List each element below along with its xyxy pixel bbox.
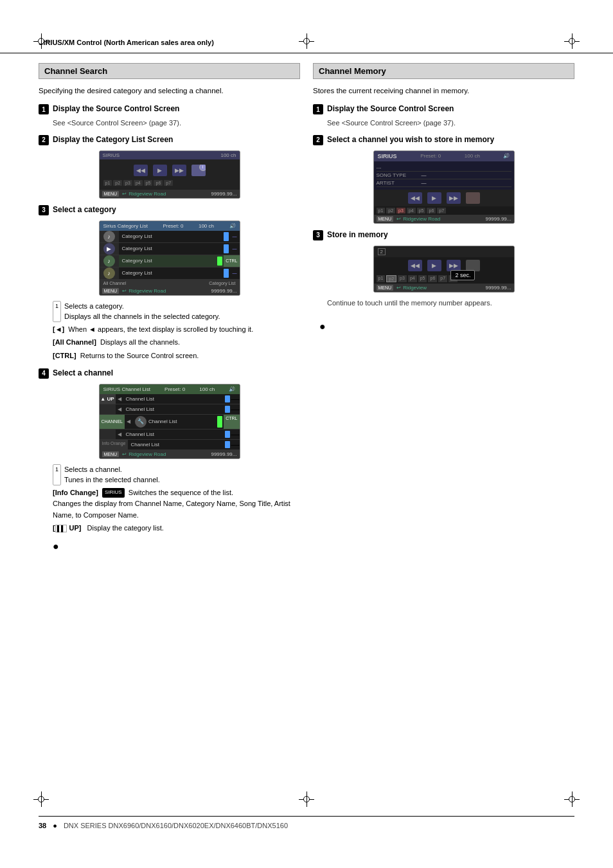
step3-note-1: 1 Selects a category.Displays all the ch… — [53, 301, 300, 322]
step2-header: 2 Display the Category List Screen — [39, 135, 300, 145]
sirius-tag: SIRIUS — [102, 488, 125, 498]
ch-text-4: Channel List — [123, 429, 224, 439]
channel-search-title: Channel Search — [39, 63, 300, 79]
btn-menu-1[interactable]: i — [191, 165, 206, 176]
rstep1-body: See <Source Control Screen> (page 37). — [327, 118, 574, 129]
screen-sirius-label: SIRIUS — [103, 152, 120, 158]
store-menu-btn[interactable]: MENU — [377, 285, 394, 291]
store-preset-num: 2 — [378, 248, 386, 255]
note-text-4-3: [▌▌ UP] Display the category list. — [53, 524, 164, 532]
preset-7: p7 — [164, 180, 173, 186]
cat-item-bar-4 — [224, 269, 229, 278]
ch-arrow-3: ◀ — [125, 415, 132, 429]
step2-title: Display the Category List Screen — [53, 135, 173, 144]
step4-note-2: [Info Change] SIRIUS Switches the sequen… — [53, 487, 300, 521]
ch-text-1: Channel List — [123, 394, 224, 404]
cat-item-ctrl-3[interactable]: CTRL — [224, 255, 239, 267]
store-btn-prev[interactable]: ◀◀ — [408, 260, 422, 271]
cat-title: Sirius Category List — [103, 223, 148, 229]
btn-next[interactable]: ▶▶ — [172, 165, 186, 176]
cat-item-bar-1 — [224, 232, 229, 241]
mem-btn-next[interactable]: ▶▶ — [447, 192, 461, 204]
preset-3: p3 — [123, 180, 132, 186]
ch-ctrl-3[interactable]: CTRL — [224, 415, 239, 429]
mem-presets-row: p1 p2 p3 p4 p5 p6 p7 — [374, 206, 514, 215]
cat-item-text-1: Category List — [119, 231, 222, 242]
ch-up-btn[interactable]: ▲ UP — [100, 394, 116, 404]
step3-num: 3 — [39, 205, 49, 215]
note-text-4-1: Selects a channel.Tunes in the selected … — [64, 464, 160, 485]
store-p3: p3 — [398, 275, 407, 282]
cat-item-2[interactable]: ▶ Category List — — [100, 243, 240, 255]
ch-ctrl-4: — — [231, 429, 240, 439]
rstep1-title: Display the Source Control Screen — [327, 104, 454, 113]
note-text-1: Selects a category.Displays all the chan… — [64, 301, 220, 322]
ch-item-3[interactable]: CHANNEL ◀ 🔧 Channel List CTRL — [100, 415, 240, 429]
ch-menu-btn[interactable]: MENU — [102, 451, 120, 457]
ch-ctrl-1: — — [231, 394, 240, 404]
footer-series: DNX SERIES DNX6960/DNX6160/DNX6020EX/DNX… — [64, 822, 288, 829]
cat-item-text-3: Category List — [119, 255, 217, 267]
ch-arrow-4: ◀ — [116, 429, 123, 439]
ch-channel-btn[interactable]: CHANNEL — [100, 415, 125, 429]
store-screen-bottom: MENU ↩ Ridgeview 99999.99... — [374, 284, 514, 292]
rstep2-header: 2 Select a channel you wish to store in … — [313, 135, 574, 145]
ch-item-1[interactable]: ▲ UP ◀ Channel List — — [100, 394, 240, 404]
cat-item-4[interactable]: ♪ Category List — — [100, 267, 240, 280]
cat-menu-btn[interactable]: MENU — [102, 288, 120, 294]
cat-item-icon-1: ♪ — [100, 231, 119, 242]
mem-menu-btn[interactable]: MENU — [377, 216, 394, 222]
step3-title: Select a category — [53, 205, 116, 214]
ch-item-2[interactable]: ◀ Channel List — — [100, 404, 240, 415]
ch-freq: 100 ch — [199, 386, 215, 392]
store-screen: 2 ◀◀ ▶ ▶▶ p1 p2 p3 p4 p5 — [373, 246, 515, 293]
note-text-4: [CTRL] Returns to the Source Control scr… — [53, 352, 199, 359]
mem-btn-play[interactable]: ▶ — [427, 192, 441, 204]
store-price: 99999.99... — [485, 285, 511, 291]
store-btn-play[interactable]: ▶ — [427, 260, 441, 271]
rstep2-title: Select a channel you wish to store in me… — [327, 135, 494, 144]
btn-play[interactable]: ▶ — [153, 165, 167, 176]
all-channel-row[interactable]: All Channel Category List — [100, 280, 240, 287]
preset-1: p1 — [103, 180, 112, 186]
ch-text-5: Channel List — [128, 440, 223, 449]
store-road-name: ↩ Ridgeview — [396, 285, 427, 291]
note-text-3: [All Channel] Displays all the channels. — [53, 338, 180, 346]
ch-item-5[interactable]: Info Orange Channel List — — [100, 440, 240, 450]
mem-p2: p2 — [386, 208, 395, 213]
cat-item-icon-4: ♪ — [100, 267, 119, 279]
mem-screen-bottom: MENU ↩ Ridgeview Road 99999.99... — [374, 215, 514, 223]
cat-item-3-selected[interactable]: ♪ Category List CTRL — [100, 255, 240, 267]
reg-mark-bc — [299, 791, 314, 807]
ch-item-4[interactable]: ◀ Channel List — — [100, 429, 240, 440]
mem-p3: p3 — [396, 208, 405, 213]
footer-page-num: 38 — [39, 822, 46, 829]
cat-list: ♪ Category List — ▶ Category List — [100, 231, 240, 287]
cat-icon: 🔊 — [229, 223, 236, 229]
ch-screen-bottom: MENU ↩ Ridgeview Road 99999.99... — [100, 450, 240, 458]
rstep3-body: Continue to touch until the memory numbe… — [327, 298, 574, 309]
mem-sirius-label: SIRIUS — [378, 153, 397, 159]
ch-price: 99999.99... — [211, 451, 236, 457]
ch-list: ▲ UP ◀ Channel List — ◀ Channel List — C… — [100, 394, 240, 450]
screen-top-bar-1: SIRIUS 100 ch — [100, 151, 240, 159]
content-area: Channel Search Specifying the desired ca… — [0, 63, 613, 552]
cat-item-1[interactable]: ♪ Category List — — [100, 231, 240, 243]
cat-item-ctrl-2: — — [230, 243, 240, 255]
mem-top-bar: SIRIUS Preset: 0 100 ch 🔊 — [374, 151, 514, 161]
left-column: Channel Search Specifying the desired ca… — [39, 63, 300, 552]
bullet-right: ● — [319, 321, 574, 332]
page-footer: 38 ● DNX SERIES DNX6960/DNX6160/DNX6020E… — [39, 816, 574, 829]
btn-prev[interactable]: ◀◀ — [134, 165, 148, 176]
mem-p5: p5 — [417, 208, 426, 213]
category-list-screen: Sirius Category List Preset: 0 100 ch 🔊 … — [99, 221, 240, 296]
step3-note-2: [◄] When ◄ appears, the text display is … — [53, 324, 300, 336]
mem-label-3: ARTIST — [377, 180, 422, 186]
ch-space-4 — [100, 429, 116, 439]
mem-btn-extra[interactable] — [466, 192, 480, 204]
ch-bar-4 — [225, 431, 230, 438]
mem-btn-prev[interactable]: ◀◀ — [408, 192, 422, 204]
mem-main-area: --- SONG TYPE — ARTIST — — [374, 161, 514, 190]
note-text-4-2: [Info Change] SIRIUS Switches the sequen… — [53, 489, 290, 519]
menu-btn-1[interactable]: MENU — [102, 191, 120, 197]
